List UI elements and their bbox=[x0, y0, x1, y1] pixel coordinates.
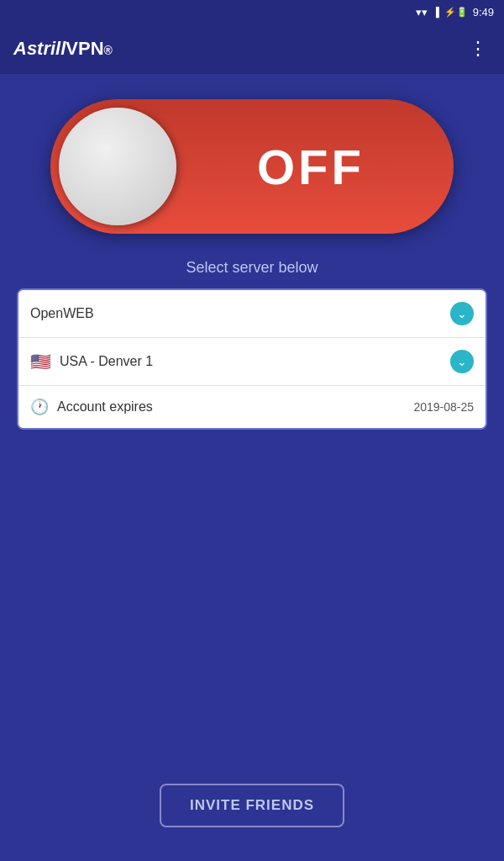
logo-astrill: AstrillVPN® bbox=[13, 38, 113, 60]
account-expiry-date: 2019-08-25 bbox=[413, 400, 474, 414]
status-icons: ▾▾ ▐ ⚡🔋 9:49 bbox=[416, 6, 494, 18]
battery-icon: ⚡🔋 bbox=[444, 7, 468, 18]
protocol-row[interactable]: OpenWEB ⌄ bbox=[18, 290, 486, 338]
main-content: OFF Select server below OpenWEB ⌄ 🇺🇸 USA… bbox=[0, 74, 504, 446]
menu-button[interactable]: ⋮ bbox=[465, 34, 491, 63]
protocol-label: OpenWEB bbox=[30, 306, 450, 321]
server-location-row[interactable]: 🇺🇸 USA - Denver 1 ⌄ bbox=[18, 338, 486, 386]
account-label: Account expires bbox=[57, 399, 413, 415]
toggle-knob bbox=[59, 108, 176, 225]
signal-icon: ▐ bbox=[433, 7, 439, 17]
protocol-chevron-icon: ⌄ bbox=[450, 302, 474, 325]
server-flag-icon: 🇺🇸 bbox=[30, 351, 51, 372]
server-chevron-icon: ⌄ bbox=[450, 350, 474, 373]
server-location-label: USA - Denver 1 bbox=[60, 354, 450, 369]
wifi-icon: ▾▾ bbox=[416, 6, 428, 18]
toggle-state-label: OFF bbox=[176, 139, 445, 195]
app-logo: AstrillVPN® bbox=[13, 38, 113, 60]
clock-icon: 🕐 bbox=[30, 398, 49, 416]
vpn-toggle[interactable]: OFF bbox=[50, 99, 454, 234]
select-server-label: Select server below bbox=[186, 259, 318, 277]
account-expiry-row: 🕐 Account expires 2019-08-25 bbox=[18, 386, 486, 428]
invite-friends-button[interactable]: INVITE FRIENDS bbox=[160, 784, 344, 827]
status-time: 9:49 bbox=[473, 6, 494, 18]
status-bar: ▾▾ ▐ ⚡🔋 9:49 bbox=[0, 0, 504, 24]
navbar: AstrillVPN® ⋮ bbox=[0, 24, 504, 74]
server-panel: OpenWEB ⌄ 🇺🇸 USA - Denver 1 ⌄ 🕐 Account … bbox=[17, 288, 487, 430]
